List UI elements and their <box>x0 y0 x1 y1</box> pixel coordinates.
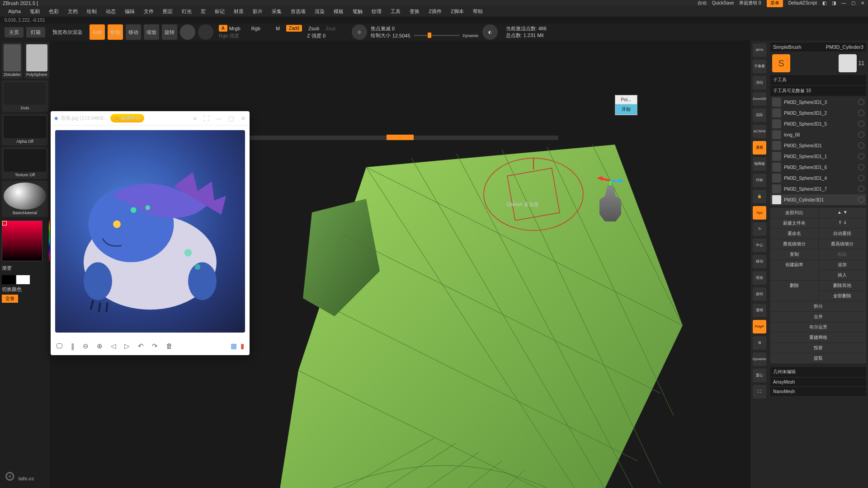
rotate-mode[interactable]: 旋转 <box>162 24 177 40</box>
menu-item[interactable]: Z脚本 <box>447 7 467 16</box>
symmetry-icon[interactable]: 对称 <box>753 174 766 187</box>
minimize-icon[interactable]: — <box>216 115 222 122</box>
proj-btn[interactable]: 投射 <box>770 343 866 353</box>
lock-icon[interactable]: 🔒 <box>753 190 766 203</box>
zoom-in-icon[interactable]: ⊕ <box>97 342 103 350</box>
zoom2d-icon[interactable]: Zoom2D <box>753 92 766 106</box>
maximize-icon[interactable]: ▢ <box>228 115 234 122</box>
subtool-item[interactable]: PM3D_Sphere3D1_7 <box>770 183 866 194</box>
append-btn[interactable]: 追加 <box>819 260 867 270</box>
zsub-btn[interactable]: Zsub <box>308 26 319 31</box>
zoom-out-icon[interactable]: ⊖ <box>83 342 89 350</box>
eye-icon[interactable] <box>858 186 864 192</box>
dynamic-icon[interactable]: ◐ <box>482 24 498 40</box>
menu-item[interactable]: 笔刷 <box>26 7 43 16</box>
size-slider[interactable] <box>414 35 459 36</box>
brush-curve-icon[interactable]: ⊙ <box>352 24 367 40</box>
subtool-header[interactable]: 子工具 <box>770 75 866 85</box>
menu-item[interactable]: 采集 <box>268 7 285 16</box>
menu-item[interactable]: 灯光 <box>178 7 195 16</box>
menu-item[interactable]: 宏 <box>197 7 209 16</box>
dup-btn[interactable]: 复制 <box>770 249 818 259</box>
geo-section[interactable]: 几何体编辑 <box>770 367 866 377</box>
polyf-icon[interactable]: PolyF <box>753 320 766 333</box>
menu-item[interactable]: 首选项 <box>287 7 309 16</box>
transparent-icon[interactable]: 透明 <box>753 304 766 317</box>
swap-btn[interactable]: 交替 <box>2 295 18 303</box>
move-icon[interactable]: 移动 <box>753 255 766 268</box>
subpixel-icon[interactable]: 子像素 <box>753 60 766 73</box>
menu-item[interactable]: 材质 <box>230 7 247 16</box>
a-tag[interactable]: A <box>219 25 227 32</box>
quicksave-btn[interactable]: QuickSave <box>712 0 734 5</box>
menu-item[interactable]: 编辑 <box>121 7 138 16</box>
zadd-btn[interactable]: Zadd <box>286 25 302 32</box>
edit-mode[interactable]: Edit <box>90 24 105 40</box>
menu-item[interactable]: 纹理 <box>368 7 385 16</box>
draw-size-value[interactable]: 12.5045 <box>392 33 410 38</box>
freeze-icon[interactable]: 冻结 <box>753 76 766 89</box>
texture-slot[interactable]: Texture Off <box>2 147 48 179</box>
menu-item[interactable]: 模板 <box>330 7 347 16</box>
ac50-icon[interactable]: AC50% <box>753 125 766 138</box>
dynamic-icon[interactable]: Dynamic <box>753 352 766 366</box>
array-section[interactable]: ArrayMesh <box>770 378 866 386</box>
arrow-btn[interactable]: ⇑ ⇓ <box>819 218 867 228</box>
xyz-icon[interactable]: Xyz <box>753 206 766 220</box>
subtool-item[interactable]: long_06 <box>770 129 866 140</box>
move-mode[interactable]: 移动 <box>126 24 141 40</box>
maximize-icon[interactable]: ▢ <box>851 0 855 5</box>
image-viewer-window[interactable]: ◆ 原画.jpg (113.04KB... 👑 会员中心 ≡ ⛶ — ▢ ✕ <box>51 111 250 355</box>
menu-btn[interactable]: 菜单 <box>767 0 783 7</box>
draw-mode[interactable]: 绘制 <box>108 24 123 40</box>
dock-icon[interactable]: ◨ <box>832 0 836 5</box>
sphere-icon[interactable] <box>198 24 213 40</box>
grid-view-icon[interactable]: ▦ <box>231 342 237 350</box>
undo-icon[interactable]: ↶ <box>138 342 144 350</box>
preview-label[interactable]: 预览布尔渲染 <box>52 29 82 36</box>
rotate-icon[interactable]: ↻ <box>753 222 766 236</box>
scale-icon[interactable]: 缩放 <box>753 271 766 285</box>
eye-icon[interactable] <box>858 153 864 160</box>
close-icon[interactable]: ✕ <box>861 0 864 5</box>
grid-icon[interactable]: 地网格 <box>753 157 766 171</box>
minimize-icon[interactable]: — <box>841 0 846 5</box>
menu-item[interactable]: Alpha <box>5 7 24 15</box>
eye-icon[interactable] <box>858 99 864 105</box>
expand-icon[interactable]: ⛶ <box>753 385 766 399</box>
paste-btn[interactable]: 粘贴 <box>819 249 867 259</box>
subtool-item[interactable]: PM3D_Sphere3D1 <box>770 140 866 151</box>
create-copy-btn[interactable]: 创建副本 <box>770 260 818 280</box>
focal-shift[interactable]: 焦点衰减 0 <box>371 25 479 32</box>
canvas-scroll[interactable] <box>242 136 558 140</box>
delete-btn[interactable]: 删除 <box>770 281 818 301</box>
rename-btn[interactable]: 重命名 <box>770 229 818 239</box>
high-subdiv-btn[interactable]: 最高级细分 <box>819 239 867 249</box>
list-all-btn[interactable]: 全部列出 <box>770 208 818 218</box>
eye-icon[interactable] <box>858 110 864 116</box>
alpha-slot[interactable]: Alpha Off <box>2 114 48 145</box>
subtool-item[interactable]: PM3D_Sphere3D1_1 <box>770 151 866 162</box>
redo-icon[interactable]: ↷ <box>152 342 158 350</box>
zcut-btn[interactable]: Zcut <box>326 26 335 31</box>
display-icon[interactable]: 🖵 <box>56 342 63 350</box>
mrgb-btn[interactable]: Mrgb <box>229 26 241 31</box>
close-icon[interactable]: ✕ <box>241 115 246 122</box>
vip-badge[interactable]: 👑 会员中心 <box>110 114 144 122</box>
scale-mode[interactable]: 缩放 <box>144 24 159 40</box>
rot-icon[interactable]: 旋转 <box>753 287 766 301</box>
pause-icon[interactable]: ‖ <box>71 342 75 350</box>
nano-section[interactable]: NanoMesh <box>770 387 866 396</box>
low-subdiv-btn[interactable]: 最低级细分 <box>770 239 818 249</box>
perspective-icon[interactable]: 透视 <box>753 141 766 155</box>
frame-icon[interactable]: ⊞ <box>753 336 766 350</box>
menu-item[interactable]: 影片 <box>249 7 266 16</box>
menu-item[interactable]: 渲染 <box>311 7 328 16</box>
brush-thumb[interactable]: S <box>772 54 790 72</box>
eye-icon[interactable] <box>858 164 864 170</box>
swatch-white[interactable] <box>16 275 30 284</box>
rgb-intensity[interactable]: Rgb 强度 <box>219 33 239 39</box>
subtool-item[interactable]: PM3D_Sphere3D1_4 <box>770 173 866 183</box>
next-icon[interactable]: ▷ <box>124 342 130 350</box>
sphere-icon[interactable] <box>180 24 195 40</box>
